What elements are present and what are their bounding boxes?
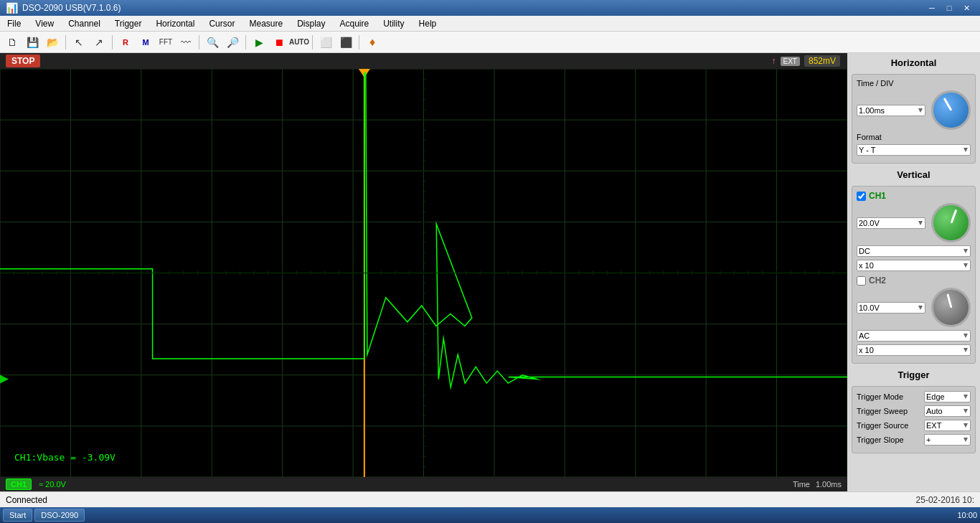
ch1-coupling-row: DC AC GND [857, 245, 971, 257]
trigger-voltage: 852mV [804, 55, 840, 67]
trigger-sweep-select[interactable]: Auto Normal Single [924, 405, 971, 417]
app-statusbar: Connected 25-02-2016 10: [0, 491, 980, 507]
toolbar-new[interactable]: 🗋 [3, 34, 22, 51]
menu-help[interactable]: Help [412, 16, 444, 31]
minimize-button[interactable]: ─ [924, 1, 940, 14]
ch1-coupling-select[interactable]: DC AC GND [857, 245, 971, 257]
toolbar-sep1 [65, 35, 66, 50]
connection-status: Connected [6, 495, 47, 505]
toolbar-sep3 [199, 35, 199, 50]
menu-file[interactable]: File [0, 16, 28, 31]
ch1-probe-select[interactable]: x 1 x 10 x 100 [857, 260, 971, 271]
toolbar-wave[interactable]: 〰 [176, 34, 195, 51]
toolbar-logo[interactable]: ♦ [363, 34, 382, 51]
time-div-select[interactable]: 1.00ms 500us 200us 100us 2ms 5ms [857, 105, 925, 116]
trigger-slope-label: Trigger Slope [857, 435, 921, 444]
horizontal-group: Time / DIV 1.00ms 500us 200us 100us 2ms … [852, 74, 976, 164]
toolbar-save[interactable]: 📂 [43, 34, 62, 51]
ch2-knob[interactable] [931, 288, 971, 327]
ch1-indicator: CH1 [6, 479, 32, 490]
trigger-slope-row: Trigger Slope + - [857, 434, 971, 446]
measurement-overlay: CH1:Vbase = -3.09V [14, 452, 116, 463]
toolbar-screen[interactable]: ⬜ [316, 34, 335, 51]
toolbar-select[interactable]: ↖ [70, 34, 88, 51]
ch1-probe-row: x 1 x 10 x 100 [857, 260, 971, 271]
toolbar-search-minus[interactable]: 🔍 [203, 34, 222, 51]
trigger-source-label: Trigger Source [857, 421, 921, 430]
menu-display[interactable]: Display [290, 16, 332, 31]
toolbar-fft[interactable]: FFT [156, 34, 175, 51]
toolbar-run[interactable]: ▶ [250, 34, 268, 51]
toolbar-sep5 [312, 35, 313, 50]
maximize-button[interactable]: □ [941, 1, 957, 14]
waveform-display: CH1:Vbase = -3.09V [0, 69, 847, 477]
trigger-mode-select[interactable]: Edge Pulse Slope Video [924, 391, 971, 402]
trigger-source-select[interactable]: CH1 CH2 EXT EXT/5 [924, 420, 971, 431]
stop-badge: STOP [6, 55, 40, 67]
ch1-checkbox[interactable] [857, 192, 866, 201]
ext-badge: EXT [781, 57, 800, 66]
ch2-volts-row: 10.0V 5.0V 2.0V 1.0V [857, 288, 971, 327]
vertical-group: CH1 20.0V 10.0V 5.0V 2.0V 1.0V DC AC [852, 186, 976, 364]
horizontal-knob[interactable] [931, 90, 971, 130]
trigger-mode-row: Trigger Mode Edge Pulse Slope Video [857, 391, 971, 402]
time-value: 1.00ms [816, 480, 842, 489]
vertical-title: Vertical [852, 169, 976, 180]
toolbar-auto[interactable]: AUTO [290, 34, 308, 51]
menu-horizontal[interactable]: Horizontal [149, 16, 202, 31]
format-row: Format [857, 133, 971, 141]
ch1-label[interactable]: CH1 [869, 191, 886, 201]
ch2-coupling-row: DC AC GND [857, 330, 971, 341]
menu-measure[interactable]: Measure [242, 16, 290, 31]
trigger-marker-icon: ↑ [772, 56, 776, 66]
ch2-probe-row: x 1 x 10 x 100 [857, 344, 971, 356]
scope-area: STOP ↑ EXT 852mV CH1:Vbase = -3.09V CH1 … [0, 53, 847, 491]
toolbar-cursor2[interactable]: ↗ [90, 34, 108, 51]
menu-utility[interactable]: Utility [376, 16, 411, 31]
ch1-checkbox-row: CH1 [857, 191, 971, 201]
app-icon: 📊 [6, 2, 18, 14]
ch2-checkbox[interactable] [857, 276, 866, 286]
windows-taskbar: Start DSO-2090 10:00 [0, 507, 980, 523]
ch1-volts-select[interactable]: 20.0V 10.0V 5.0V 2.0V 1.0V [857, 217, 925, 229]
format-select[interactable]: Y - T X - Y [857, 144, 971, 156]
ch2-volts-select[interactable]: 10.0V 5.0V 2.0V 1.0V [857, 302, 925, 314]
toolbar-math[interactable]: M [136, 34, 155, 51]
menu-cursor[interactable]: Cursor [202, 16, 242, 31]
ch2-probe-select[interactable]: x 1 x 10 x 100 [857, 344, 971, 356]
toolbar-search-plus[interactable]: 🔎 [223, 34, 242, 51]
toolbar-open[interactable]: 💾 [23, 34, 42, 51]
scope-canvas [0, 69, 847, 477]
trigger-mode-label: Trigger Mode [857, 392, 921, 401]
menu-view[interactable]: View [28, 16, 61, 31]
taskbar-app[interactable]: DSO-2090 [34, 509, 85, 522]
trigger-source-row: Trigger Source CH1 CH2 EXT EXT/5 [857, 420, 971, 431]
menu-channel[interactable]: Channel [61, 16, 108, 31]
menu-trigger[interactable]: Trigger [108, 16, 149, 31]
format-control-row: Y - T X - Y [857, 144, 971, 156]
toolbar-sep4 [245, 35, 246, 50]
ch2-checkbox-row: CH2 [857, 275, 971, 286]
trigger-slope-select[interactable]: + - [924, 434, 971, 446]
time-label: Time [793, 480, 810, 489]
title-bar: 📊 DSO-2090 USB(V7.1.0.6) ─ □ ✕ [0, 0, 980, 16]
ch1-knob[interactable] [931, 203, 971, 242]
toolbar-screen2[interactable]: ⬛ [336, 34, 355, 51]
taskbar-start[interactable]: Start [3, 509, 32, 522]
toolbar-sep2 [112, 35, 113, 50]
time-div-label: Time / DIV [857, 79, 921, 88]
toolbar-ref[interactable]: R [116, 34, 135, 51]
time-div-row: Time / DIV [857, 79, 971, 88]
trigger-title: Trigger [852, 369, 976, 380]
menu-acquire[interactable]: Acquire [333, 16, 377, 31]
close-button[interactable]: ✕ [958, 1, 974, 14]
scope-bottom-bar: CH1 ≈ 20.0V Time 1.00ms [0, 477, 847, 491]
toolbar-stop[interactable]: ⏹ [270, 34, 288, 51]
horizontal-title: Horizontal [852, 57, 976, 68]
toolbar-sep6 [359, 35, 359, 50]
ch2-knob-marker [946, 293, 952, 308]
ch1-bottom-info: ≈ 20.0V [39, 480, 66, 489]
ch2-label[interactable]: CH2 [869, 275, 886, 286]
ch2-coupling-select[interactable]: DC AC GND [857, 330, 971, 341]
ch1-knob-marker [950, 209, 957, 224]
